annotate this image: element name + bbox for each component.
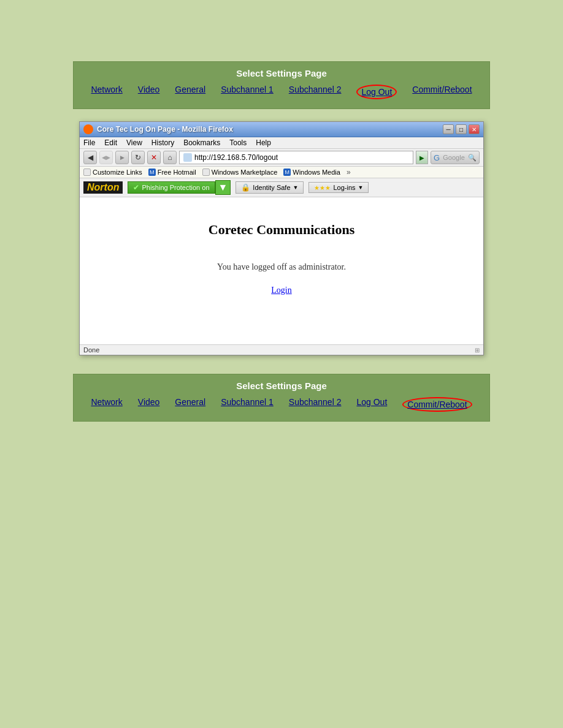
nav-network-1[interactable]: Network [91,85,122,99]
browser-menubar: File Edit View History Bookmarks Tools H… [80,137,483,149]
home-button[interactable]: ⌂ [163,151,177,164]
logged-off-message: You have logged off as administrator. [92,262,471,272]
settings-nav-2: Network Video General Subchannel 1 Subch… [86,397,477,412]
bookmark-media[interactable]: M Windows Media [283,169,340,176]
phishing-dropdown[interactable]: ▼ [215,180,231,195]
settings-nav-1: Network Video General Subchannel 1 Subch… [86,85,477,99]
minimize-button[interactable]: ─ [443,124,454,134]
browser-title: Core Tec Log On Page - Mozilla Firefox [97,125,233,134]
norton-bar: Norton ✔ Phishing Protection on ▼ 🔒 Iden… [80,178,483,197]
search-icon: G [434,153,440,162]
address-bar[interactable]: http://192.168.5.70/logout [179,151,413,164]
browser-bookmarks: Customize Links M Free Hotmail Windows M… [80,167,483,178]
google-search-dropdown[interactable]: G Google 🔍 [431,151,480,164]
menu-history[interactable]: History [151,138,174,147]
settings-title-2: Select Settings Page [86,381,477,391]
identity-safe-button[interactable]: 🔒 Identity Safe ▼ [236,181,304,194]
marketplace-icon [202,169,210,176]
lock-icon: 🔒 [241,183,250,192]
menu-tools[interactable]: Tools [229,138,247,147]
titlebar-left: Core Tec Log On Page - Mozilla Firefox [83,124,233,134]
nav-general-2[interactable]: General [175,397,205,412]
hotmail-icon: M [148,169,156,176]
nav-commit-reboot-2[interactable]: Commit/Reboot [402,397,472,412]
bookmark-media-label: Windows Media [293,169,340,176]
go-button[interactable]: ▶ [416,151,428,164]
login-link[interactable]: Login [271,286,291,295]
menu-view[interactable]: View [126,138,142,147]
settings-panel-1: Select Settings Page Network Video Gener… [73,61,490,109]
identity-dropdown-icon: ▼ [293,184,299,191]
customize-icon [83,169,91,176]
norton-logo: Norton [83,181,123,194]
settings-panel-2: Select Settings Page Network Video Gener… [73,374,490,422]
nav-subchannel1-1[interactable]: Subchannel 1 [221,85,274,99]
check-icon: ✔ [133,183,139,192]
menu-edit[interactable]: Edit [104,138,117,147]
bookmark-marketplace-label: Windows Marketplace [212,169,278,176]
nav-network-2[interactable]: Network [91,397,122,412]
maximize-button[interactable]: □ [456,124,467,134]
nav-logout-1[interactable]: Log Out [356,85,397,99]
refresh-button[interactable]: ↻ [131,151,145,164]
browser-toolbar: ◀ ◀▶ ▶ ↻ ✕ ⌂ http://192.168.5.70/logout … [80,149,483,167]
browser-titlebar: Core Tec Log On Page - Mozilla Firefox ─… [80,122,483,137]
forward-button[interactable]: ▶ [115,151,129,164]
logins-label: Log-ins [333,184,355,191]
firefox-icon [83,124,93,134]
nav-subchannel2-1[interactable]: Subchannel 2 [289,85,342,99]
logins-dropdown-icon: ▼ [358,184,364,191]
logins-stars-icon: ★★★ [314,184,331,191]
nav-video-1[interactable]: Video [138,85,160,99]
menu-bookmarks[interactable]: Bookmarks [183,138,220,147]
bookmark-customize-label: Customize Links [93,169,142,176]
stop-button[interactable]: ✕ [147,151,161,164]
close-button[interactable]: ✕ [469,124,480,134]
nav-general-1[interactable]: General [175,85,205,99]
back-button[interactable]: ◀ [83,151,97,164]
phishing-protection-button[interactable]: ✔ Phishing Protection on [128,181,215,194]
menu-file[interactable]: File [83,138,95,147]
bookmark-hotmail[interactable]: M Free Hotmail [148,169,196,176]
browser-window: Core Tec Log On Page - Mozilla Firefox ─… [79,121,484,355]
nav-logout-2[interactable]: Log Out [356,397,387,412]
phishing-label: Phishing Protection on [142,184,209,191]
menu-help[interactable]: Help [256,138,271,147]
browser-content: Coretec Communications You have logged o… [80,197,483,344]
nav-video-2[interactable]: Video [138,397,160,412]
status-text: Done [83,346,99,354]
address-text: http://192.168.5.70/logout [194,153,278,162]
back-button-2[interactable]: ◀▶ [99,151,113,164]
page-main-title: Coretec Communications [92,222,471,238]
settings-title-1: Select Settings Page [86,68,477,78]
bookmarks-more[interactable]: » [347,168,351,176]
media-icon: M [283,169,291,176]
bookmark-customize[interactable]: Customize Links [83,169,142,176]
search-text: Google [443,154,464,161]
address-icon [183,153,192,162]
nav-subchannel1-2[interactable]: Subchannel 1 [221,397,274,412]
identity-label: Identity Safe [253,184,290,191]
titlebar-buttons: ─ □ ✕ [443,124,480,134]
status-icon: ⊞ [475,347,480,354]
logins-button[interactable]: ★★★ Log-ins ▼ [308,182,369,193]
bookmark-marketplace[interactable]: Windows Marketplace [202,169,278,176]
browser-statusbar: Done ⊞ [80,344,483,355]
nav-commit-reboot-1[interactable]: Commit/Reboot [412,85,472,99]
nav-subchannel2-2[interactable]: Subchannel 2 [289,397,342,412]
bookmark-hotmail-label: Free Hotmail [158,169,196,176]
search-mag-icon: 🔍 [468,154,477,162]
